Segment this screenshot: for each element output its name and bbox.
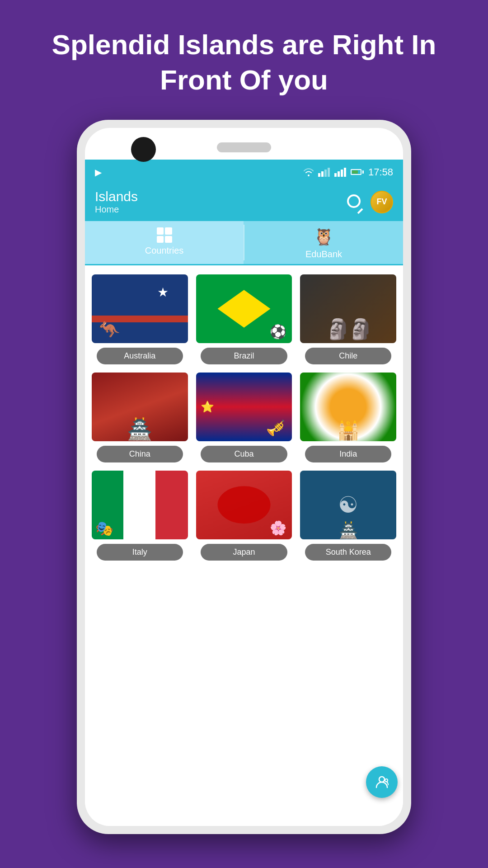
- country-item-india[interactable]: India: [300, 373, 396, 462]
- fab-icon: [374, 774, 390, 790]
- speaker-grille: [217, 142, 271, 152]
- app-title: Islands: [95, 189, 138, 204]
- country-item-southkorea[interactable]: South Korea: [300, 471, 396, 561]
- wifi-icon: [304, 168, 314, 176]
- signal-icon-2: [334, 168, 346, 177]
- chile-flag-visual: [300, 274, 396, 343]
- status-right: 17:58: [304, 166, 393, 178]
- cuba-flag-visual: [196, 373, 292, 441]
- status-time: 17:58: [368, 166, 393, 178]
- notification-icon: ▶: [95, 167, 102, 178]
- country-item-italy[interactable]: Italy: [92, 471, 188, 561]
- country-item-japan[interactable]: Japan: [196, 471, 292, 561]
- country-image-cuba: [196, 373, 292, 441]
- signal-icon: [318, 168, 330, 177]
- status-bar: ▶: [85, 160, 403, 184]
- country-item-brazil[interactable]: Brazil: [196, 274, 292, 364]
- edubank-tab-label: EduBank: [305, 249, 342, 259]
- brazil-flag-visual: [196, 274, 292, 343]
- italy-flag-visual: [92, 471, 188, 539]
- battery-icon: [351, 169, 364, 175]
- countries-grid: Australia Brazil Chile: [92, 274, 396, 561]
- phone-screen: ▶: [85, 128, 403, 826]
- app-subtitle: Home: [95, 204, 138, 215]
- countries-tab-icon: [157, 227, 172, 243]
- svg-point-0: [379, 777, 385, 782]
- india-flag-visual: [300, 373, 396, 441]
- countries-tab-label: Countries: [145, 245, 184, 256]
- italy-label: Italy: [97, 544, 183, 561]
- app-bar-actions: FV: [347, 191, 393, 213]
- country-image-australia: [92, 274, 188, 343]
- phone-frame: ▶: [77, 120, 411, 834]
- country-item-china[interactable]: China: [92, 373, 188, 462]
- japan-label: Japan: [201, 544, 287, 561]
- india-label: India: [305, 446, 391, 462]
- hero-title: Splendid Islands are Right In Front Of y…: [0, 0, 488, 120]
- search-button[interactable]: [347, 194, 362, 210]
- brazil-label: Brazil: [201, 348, 287, 364]
- edubank-tab-icon: 🦉: [314, 227, 334, 246]
- status-left: ▶: [95, 167, 102, 178]
- app-title-area: Islands Home: [95, 189, 138, 215]
- tab-bar: Countries 🦉 EduBank: [85, 221, 403, 265]
- country-image-brazil: [196, 274, 292, 343]
- australia-label: Australia: [97, 348, 183, 364]
- app-bar: Islands Home FV: [85, 184, 403, 221]
- country-image-chile: [300, 274, 396, 343]
- country-image-japan: [196, 471, 292, 539]
- japan-flag-visual: [196, 471, 292, 539]
- fv-badge-button[interactable]: FV: [371, 191, 393, 213]
- australia-flag-visual: [92, 274, 188, 343]
- southkorea-label: South Korea: [305, 544, 391, 561]
- cuba-label: Cuba: [201, 446, 287, 462]
- country-item-cuba[interactable]: Cuba: [196, 373, 292, 462]
- country-item-australia[interactable]: Australia: [92, 274, 188, 364]
- china-label: China: [97, 446, 183, 462]
- china-flag-visual: [92, 373, 188, 441]
- country-item-chile[interactable]: Chile: [300, 274, 396, 364]
- tab-edubank[interactable]: 🦉 EduBank: [244, 221, 403, 264]
- southkorea-flag-visual: [300, 471, 396, 539]
- country-image-southkorea: [300, 471, 396, 539]
- country-image-china: [92, 373, 188, 441]
- camera-dot: [131, 137, 156, 162]
- country-image-italy: [92, 471, 188, 539]
- countries-grid-container: Australia Brazil Chile: [85, 265, 403, 826]
- fab-button[interactable]: [366, 766, 398, 798]
- chile-label: Chile: [305, 348, 391, 364]
- tab-countries[interactable]: Countries: [85, 221, 244, 264]
- country-image-india: [300, 373, 396, 441]
